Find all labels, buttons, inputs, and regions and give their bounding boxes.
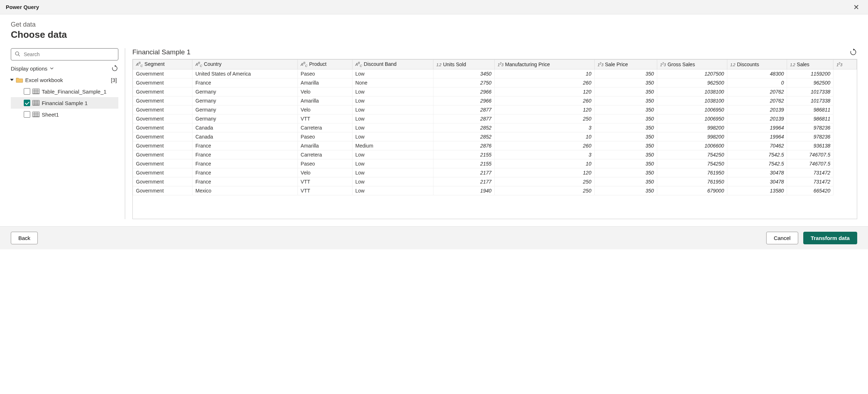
table-cell: 10	[495, 159, 595, 168]
table-cell: 30478	[727, 168, 787, 177]
table-row[interactable]: GovernmentFranceAmarillaNone275026035096…	[133, 78, 857, 87]
checkbox[interactable]	[24, 88, 30, 95]
back-button[interactable]: Back	[11, 232, 38, 244]
table-row[interactable]: GovernmentFranceVTTLow217725035076195030…	[133, 177, 857, 186]
tree-item[interactable]: Sheet1	[11, 109, 118, 120]
table-cell: 260	[495, 141, 595, 150]
table-cell: Germany	[192, 96, 298, 105]
table-cell: 48300	[727, 69, 787, 78]
table-cell: 754250	[657, 150, 727, 159]
table-cell: Government	[133, 141, 192, 150]
column-header[interactable]: ABCSegment	[133, 60, 192, 69]
table-row[interactable]: GovernmentMexicoVTTLow194025035067900013…	[133, 186, 857, 195]
search-input[interactable]	[23, 51, 114, 58]
decimal-type-icon: 1.2	[790, 63, 795, 67]
text-type-icon: ABC	[301, 62, 308, 67]
table-cell: 350	[594, 150, 657, 159]
table-cell: 978236	[787, 123, 833, 132]
table-cell: 665420	[787, 186, 833, 195]
table-row[interactable]: GovernmentFranceVeloLow21771203507619503…	[133, 168, 857, 177]
table-cell: 1006950	[657, 114, 727, 123]
table-cell: 2750	[433, 78, 494, 87]
refresh-icon[interactable]	[111, 65, 118, 72]
table-row[interactable]: GovernmentGermanyAmarillaLow296626035010…	[133, 96, 857, 105]
preview-pane: Financial Sample 1 ABCSegmentABCCountryA…	[125, 48, 857, 219]
tree-item-label: Table_Financial_Sample_1	[42, 89, 106, 95]
table-row[interactable]: GovernmentUnited States of AmericaPaseoL…	[133, 69, 857, 78]
table-cell: 761950	[657, 177, 727, 186]
preview-grid-scroll[interactable]: ABCSegmentABCCountryABCProductABCDiscoun…	[133, 59, 857, 219]
table-cell: 2177	[433, 168, 494, 177]
table-cell: 350	[594, 69, 657, 78]
display-options-dropdown[interactable]: Display options	[11, 65, 54, 72]
checkbox[interactable]	[24, 100, 30, 106]
table-cell: Low	[352, 114, 433, 123]
table-row[interactable]: GovernmentFranceAmarillaMedium2876260350…	[133, 141, 857, 150]
column-header[interactable]: 123	[833, 60, 857, 69]
table-cell: None	[352, 78, 433, 87]
column-header[interactable]: ABCDiscount Band	[352, 60, 433, 69]
table-cell: 7542.5	[727, 150, 787, 159]
column-header[interactable]: 1.2Sales	[787, 60, 833, 69]
table-cell: France	[192, 141, 298, 150]
tree-item[interactable]: Financial Sample 1	[11, 97, 118, 109]
table-cell: Velo	[297, 105, 352, 114]
column-header[interactable]: ABCCountry	[192, 60, 298, 69]
table-cell: VTT	[297, 186, 352, 195]
table-cell: 350	[594, 159, 657, 168]
search-box[interactable]	[11, 48, 118, 60]
tree-root-excel-workbook[interactable]: Excel workbook [3]	[11, 74, 118, 86]
table-row[interactable]: GovernmentFranceCarreteraLow215533507542…	[133, 150, 857, 159]
table-cell: 1038100	[657, 87, 727, 96]
table-cell: 350	[594, 105, 657, 114]
table-cell: VTT	[297, 114, 352, 123]
table-cell: 1159200	[787, 69, 833, 78]
table-cell: 13580	[727, 186, 787, 195]
checkbox[interactable]	[24, 111, 30, 118]
table-cell: France	[192, 177, 298, 186]
table-cell: France	[192, 159, 298, 168]
tree-item-label: Sheet1	[42, 112, 59, 118]
table-cell: Low	[352, 96, 433, 105]
column-header[interactable]: 123Gross Sales	[657, 60, 727, 69]
table-cell: 250	[495, 177, 595, 186]
table-cell: 19964	[727, 123, 787, 132]
table-row[interactable]: GovernmentCanadaPaseoLow2852103509982001…	[133, 132, 857, 141]
preview-refresh-icon[interactable]	[849, 48, 857, 56]
table-row[interactable]: GovernmentFrancePaseoLow2155103507542507…	[133, 159, 857, 168]
footer: Back Cancel Transform data	[0, 226, 868, 249]
table-cell: 0	[727, 78, 787, 87]
caret-down-icon	[10, 79, 14, 81]
table-cell: Paseo	[297, 132, 352, 141]
table-icon	[32, 112, 40, 117]
table-cell: 2877	[433, 114, 494, 123]
column-header[interactable]: 123Sale Price	[594, 60, 657, 69]
table-cell: 2966	[433, 96, 494, 105]
table-cell: Amarilla	[297, 78, 352, 87]
table-cell: Velo	[297, 87, 352, 96]
table-cell: Government	[133, 105, 192, 114]
tree-item-label: Financial Sample 1	[42, 100, 88, 106]
table-row[interactable]: GovernmentGermanyVeloLow2877120350100695…	[133, 105, 857, 114]
column-header[interactable]: 1.2Discounts	[727, 60, 787, 69]
column-header-label: Product	[309, 61, 326, 67]
close-icon[interactable]: ✕	[850, 2, 862, 12]
table-cell: France	[192, 168, 298, 177]
table-row[interactable]: GovernmentGermanyVTTLow28772503501006950…	[133, 114, 857, 123]
table-row[interactable]: GovernmentCanadaCarreteraLow285233509982…	[133, 123, 857, 132]
column-header[interactable]: ABCProduct	[297, 60, 352, 69]
table-row[interactable]: GovernmentGermanyVeloLow2966120350103810…	[133, 87, 857, 96]
svg-line-1	[18, 55, 20, 56]
table-cell: Germany	[192, 114, 298, 123]
tree-item[interactable]: Table_Financial_Sample_1	[11, 86, 118, 97]
text-type-icon: ABC	[355, 62, 362, 67]
table-cell: 754250	[657, 159, 727, 168]
table-cell: France	[192, 150, 298, 159]
cancel-button[interactable]: Cancel	[766, 232, 798, 244]
table-cell: 986811	[787, 105, 833, 114]
transform-data-button[interactable]: Transform data	[803, 232, 857, 244]
preview-table: ABCSegmentABCCountryABCProductABCDiscoun…	[133, 59, 857, 195]
column-header[interactable]: 123Manufacturing Price	[495, 60, 595, 69]
column-header[interactable]: 1.2Units Sold	[433, 60, 494, 69]
table-cell: 998200	[657, 132, 727, 141]
